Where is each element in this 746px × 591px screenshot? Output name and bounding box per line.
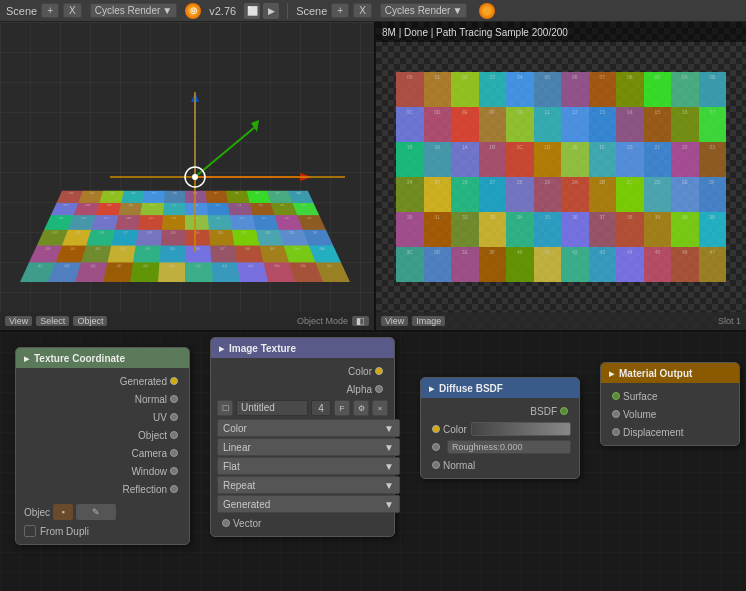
render-engine-dropdown-right[interactable]: Cycles Render ▼ — [380, 3, 468, 18]
viewport-render[interactable]: 8M | Done | Path Tracing Sample 200/200 … — [376, 22, 746, 330]
select-menu[interactable]: Select — [36, 316, 69, 326]
add-scene-btn-2[interactable]: + — [331, 3, 349, 18]
tc-obj-icon[interactable]: ▪ — [53, 504, 73, 520]
viewport-3d[interactable]: 000102030405060708090A0B0C0D0E0F10111213… — [0, 22, 376, 330]
diffuse-roughness-field[interactable]: Roughness:0.000 — [447, 440, 571, 454]
extension-value: Repeat — [223, 480, 255, 491]
texture-cell: 36 — [561, 212, 589, 247]
tc-from-dupli-row: From Dupli — [16, 522, 189, 540]
texture-coord-header: ▸ Texture Coordinate — [16, 348, 189, 368]
projection-value: Flat — [223, 461, 240, 472]
texture-cell: 13 — [589, 107, 617, 142]
image-tex-triangle: ▸ — [219, 343, 224, 354]
texture-cell: 05 — [534, 72, 562, 107]
tc-row-object: Object — [16, 426, 189, 444]
diffuse-header: ▸ Diffuse BSDF — [421, 378, 579, 398]
material-output-body: Surface Volume Displacement — [601, 383, 739, 445]
view-menu[interactable]: View — [5, 316, 32, 326]
image-frame-num[interactable]: 4 — [311, 400, 331, 416]
close-scene-btn[interactable]: X — [63, 3, 82, 18]
color-space-dropdown[interactable]: Color ▼ — [217, 419, 400, 437]
mo-surface-label: Surface — [623, 391, 657, 402]
color-space-arrow: ▼ — [384, 423, 394, 434]
close-scene-btn-2[interactable]: X — [353, 3, 372, 18]
texture-cell: 41 — [158, 263, 185, 282]
object-menu[interactable]: Object — [73, 316, 107, 326]
diffuse-normal-label: Normal — [443, 460, 475, 471]
texture-cell: 23 — [699, 142, 727, 177]
texture-cell: 3D — [424, 247, 452, 282]
image-type-btn[interactable]: ☐ — [217, 400, 233, 416]
texture-cell: 44 — [616, 247, 644, 282]
tc-obj-field[interactable]: ✎ — [76, 504, 116, 520]
texture-cell: 3E — [451, 247, 479, 282]
scene-label-right: Scene — [296, 5, 327, 17]
viewport-shading[interactable]: ◧ — [352, 316, 369, 326]
texture-cell: 35 — [534, 212, 562, 247]
svg-point-9 — [192, 174, 198, 180]
source-dropdown[interactable]: Generated ▼ — [217, 495, 400, 513]
diffuse-triangle: ▸ — [429, 383, 434, 394]
diffuse-color-swatch[interactable] — [471, 422, 571, 436]
projection-dropdown[interactable]: Flat ▼ — [217, 457, 400, 475]
diffuse-roughness-row: Roughness:0.000 — [421, 438, 579, 456]
texture-cell: 2D — [644, 177, 672, 212]
node-image-texture[interactable]: ▸ Image Texture Color Alpha ☐ Untitled 4… — [210, 337, 395, 537]
tc-object-row: Objec ▪ ✎ — [16, 502, 189, 522]
diffuse-bsdf-label: BSDF — [530, 406, 557, 417]
texture-cell: 40 — [506, 247, 534, 282]
image-flag-btn[interactable]: F — [334, 400, 350, 416]
node-editor: ▸ Texture Coordinate Generated Normal UV… — [0, 332, 746, 591]
interpolation-dropdown[interactable]: Linear ▼ — [217, 438, 400, 456]
texture-cell: 12 — [561, 107, 589, 142]
texture-coord-body: Generated Normal UV Object Camera Window — [16, 368, 189, 544]
render-status-bar: 8M | Done | Path Tracing Sample 200/200 — [376, 22, 746, 42]
tc-objec-label: Objec — [24, 507, 50, 518]
image-name-field[interactable]: Untitled — [236, 400, 308, 416]
texture-cell: 21 — [644, 142, 672, 177]
node-texture-coordinate[interactable]: ▸ Texture Coordinate Generated Normal UV… — [15, 347, 190, 545]
texture-cell: 27 — [479, 177, 507, 212]
texture-cell: 16 — [671, 107, 699, 142]
tc-row-window: Window — [16, 462, 189, 480]
image-close-btn[interactable]: × — [372, 400, 388, 416]
node-diffuse-bsdf[interactable]: ▸ Diffuse BSDF BSDF Color Roughness:0.00… — [420, 377, 580, 479]
image-toolbar: ☐ Untitled 4 F ⚙ × — [211, 398, 394, 418]
render-engine-label-2: Cycles Render — [385, 5, 451, 16]
projection-arrow: ▼ — [384, 461, 394, 472]
texture-cell: 47 — [699, 247, 727, 282]
texture-cell: 3C — [396, 247, 424, 282]
texture-cell: 2C — [616, 177, 644, 212]
texture-cell: 28 — [506, 177, 534, 212]
texture-cell: 34 — [506, 212, 534, 247]
image-texture-body: Color Alpha ☐ Untitled 4 F ⚙ × Color ▼ — [211, 358, 394, 536]
node-material-output[interactable]: ▸ Material Output Surface Volume Displac… — [600, 362, 740, 446]
it-color-out-label: Color — [348, 366, 372, 377]
extension-dropdown[interactable]: Repeat ▼ — [217, 476, 400, 494]
view-icon[interactable]: ⬜ — [244, 3, 260, 19]
render-icon[interactable]: ▶ — [263, 3, 279, 19]
it-alpha-out-socket — [375, 385, 383, 393]
icons-group: ⬜ ▶ — [244, 3, 279, 19]
texture-cell: 42 — [561, 247, 589, 282]
render-engine-dropdown-left[interactable]: Cycles Render ▼ — [90, 3, 178, 18]
texture-cell: 1F — [589, 142, 617, 177]
it-vector-label: Vector — [233, 518, 261, 529]
tc-from-dupli-checkbox[interactable] — [24, 525, 36, 537]
scene-section-left: Scene + X — [6, 3, 82, 18]
add-scene-btn[interactable]: + — [41, 3, 59, 18]
texture-cell: 1E — [561, 142, 589, 177]
render-view-menu[interactable]: View — [381, 316, 408, 326]
texture-cell: 07 — [589, 72, 617, 107]
texture-cell: 15 — [644, 107, 672, 142]
render-image-menu[interactable]: Image — [412, 316, 445, 326]
texture-cell: 45 — [644, 247, 672, 282]
diffuse-color-in-socket — [432, 425, 440, 433]
source-arrow: ▼ — [384, 499, 394, 510]
tc-uv-label: UV — [153, 412, 167, 423]
image-tex-title: Image Texture — [229, 343, 296, 354]
tc-from-dupli-label: From Dupli — [40, 526, 89, 537]
texture-cell: 43 — [589, 247, 617, 282]
image-settings-btn[interactable]: ⚙ — [353, 400, 369, 416]
tc-normal-label: Normal — [135, 394, 167, 405]
